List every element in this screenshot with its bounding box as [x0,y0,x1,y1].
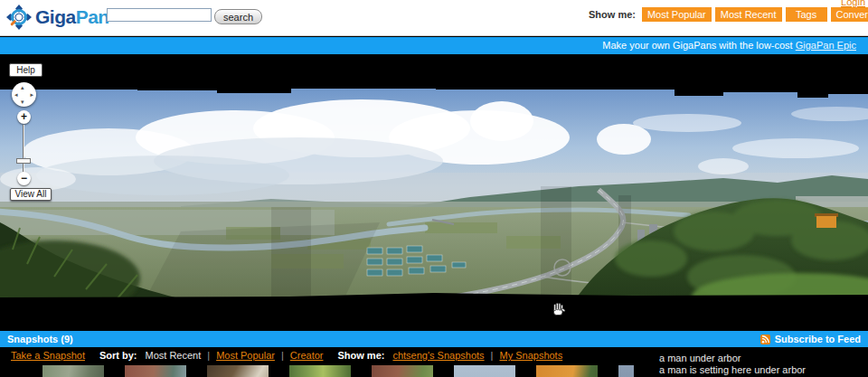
subscribe-to-feed[interactable]: Subscribe to Feed [760,331,861,347]
chtseng-snapshots-link[interactable]: chtseng's Snapshots [392,350,484,361]
snapshots-toolbar: Take a Snapshot Sort by: Most Recent | M… [11,350,562,361]
panorama-viewer: Help ▴ ▾ ◂ ▸ + − View All [0,54,868,331]
snapshot-thumbnail[interactable] [536,365,598,377]
sort-most-recent-active[interactable]: Most Recent [146,350,202,361]
snapshot-caption-list: a man under arbor a man is setting here … [659,353,806,376]
my-snapshots-link[interactable]: My Snapshots [499,350,562,361]
help-button[interactable]: Help [9,63,42,77]
pan-left-icon[interactable]: ◂ [14,91,18,98]
hand-drag-cursor-icon [551,301,566,317]
snapshots-bar: Snapshots (9) Subscribe to Feed [0,331,868,347]
logo-text: GigaPan [35,5,109,30]
subscribe-label: Subscribe to Feed [775,334,861,344]
top-header: GigaPan search Login Show me: Most Popul… [0,0,868,36]
zoom-in-button[interactable]: + [17,110,31,124]
snapshot-thumbnail[interactable] [207,365,269,377]
zoom-out-button[interactable]: − [17,172,31,185]
panorama-image[interactable] [0,87,868,300]
pan-dpad-control[interactable]: ▴ ▾ ◂ ▸ [12,82,36,107]
zoom-slider-track[interactable] [23,125,24,172]
snapshot-thumbnail[interactable] [42,365,104,377]
gigapan-epic-link[interactable]: GigaPan Epic [796,40,856,51]
snapshot-thumbnail-strip [42,365,634,377]
gigapan-logo[interactable]: GigaPan [6,5,109,30]
search-input[interactable] [107,8,212,22]
separator: | [281,350,284,361]
nav-button-most-recent[interactable]: Most Recent [715,7,782,22]
snapshots-panel: Take a Snapshot Sort by: Most Recent | M… [0,347,868,377]
promo-text: Make your own GigaPans with the low-cost… [602,37,856,54]
search-button[interactable]: search [214,9,262,24]
view-all-button[interactable]: View All [10,188,52,201]
login-link[interactable]: Login [841,0,865,7]
snapshot-thumbnail[interactable] [372,365,433,377]
filter-show-me-label: Show me: [337,350,384,361]
rss-icon [760,335,770,344]
nav-button-conversations[interactable]: Conversations [831,7,868,22]
pan-up-icon[interactable]: ▴ [21,84,24,90]
nav-button-most-popular[interactable]: Most Popular [642,7,712,22]
zoom-slider-handle[interactable] [16,158,31,164]
snapshot-thumbnail[interactable] [454,365,515,377]
nav-button-tags[interactable]: Tags [786,7,827,22]
promo-bar: Make your own GigaPans with the low-cost… [0,37,868,54]
sort-by-label: Sort by: [99,350,137,361]
pan-down-icon[interactable]: ▾ [21,99,24,105]
snapshot-caption[interactable]: a man is setting here under arbor [659,364,806,376]
sort-creator-link[interactable]: Creator [290,350,324,361]
take-a-snapshot-link[interactable]: Take a Snapshot [11,350,85,361]
snapshot-thumbnail[interactable] [125,365,186,377]
gigapan-viewer-page: { "header": { "logo": { "giga": "Giga", … [0,0,868,377]
snapshots-title: Snapshots (9) [7,331,73,347]
show-me-nav: Show me: Most Popular Most Recent Tags C… [589,7,868,22]
snapshot-thumbnail[interactable] [289,365,351,377]
pan-right-icon[interactable]: ▸ [30,91,33,98]
show-me-label: Show me: [589,9,636,20]
gigapan-logo-icon [6,5,32,30]
separator: | [491,350,494,361]
separator: | [207,350,210,361]
snapshot-caption[interactable]: a man under arbor [659,353,806,364]
sort-most-popular-link[interactable]: Most Popular [216,350,275,361]
snapshot-thumbnail[interactable] [618,365,634,377]
